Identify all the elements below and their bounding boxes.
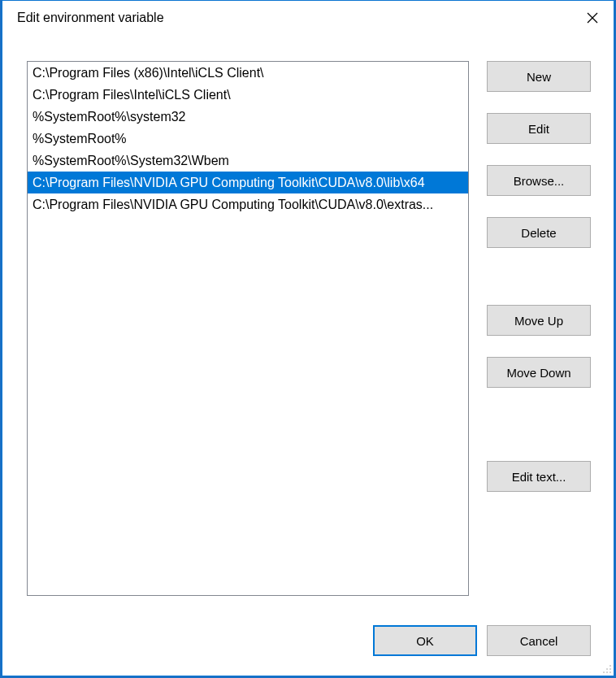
new-button[interactable]: New	[487, 61, 591, 92]
svg-point-2	[609, 665, 611, 667]
path-list-item[interactable]: %SystemRoot%	[28, 128, 468, 150]
path-list-item[interactable]: C:\Program Files\NVIDIA GPU Computing To…	[28, 172, 468, 193]
path-listbox[interactable]: C:\Program Files (x86)\Intel\iCLS Client…	[27, 61, 469, 596]
delete-button[interactable]: Delete	[487, 217, 591, 248]
dialog-window: Edit environment variable C:\Program Fil…	[2, 0, 614, 676]
move-up-button[interactable]: Move Up	[487, 305, 591, 336]
path-list-item[interactable]: %SystemRoot%\System32\Wbem	[28, 150, 468, 172]
edit-button[interactable]: Edit	[487, 113, 591, 144]
svg-point-6	[606, 671, 608, 673]
close-icon	[587, 12, 598, 24]
path-list-item[interactable]: %SystemRoot%\system32	[28, 106, 468, 128]
close-button[interactable]	[571, 1, 614, 35]
cancel-button[interactable]: Cancel	[487, 625, 591, 656]
ok-button[interactable]: OK	[373, 625, 477, 656]
side-button-column: New Edit Browse... Delete Move Up Move D…	[487, 61, 591, 596]
edit-text-button[interactable]: Edit text...	[487, 461, 591, 492]
titlebar: Edit environment variable	[2, 1, 614, 35]
dialog-footer: OK Cancel	[373, 625, 591, 656]
path-list-item[interactable]: C:\Program Files\NVIDIA GPU Computing To…	[28, 193, 468, 215]
path-list-item[interactable]: C:\Program Files (x86)\Intel\iCLS Client…	[28, 62, 468, 84]
svg-point-5	[603, 671, 605, 673]
move-down-button[interactable]: Move Down	[487, 357, 591, 388]
svg-point-7	[609, 671, 611, 673]
dialog-client-area: C:\Program Files (x86)\Intel\iCLS Client…	[2, 35, 614, 676]
window-title: Edit environment variable	[17, 11, 164, 25]
browse-button[interactable]: Browse...	[487, 165, 591, 196]
svg-point-4	[609, 668, 611, 670]
resize-grip-icon[interactable]	[601, 663, 612, 674]
svg-point-3	[606, 668, 608, 670]
path-list-item[interactable]: C:\Program Files\Intel\iCLS Client\	[28, 84, 468, 106]
